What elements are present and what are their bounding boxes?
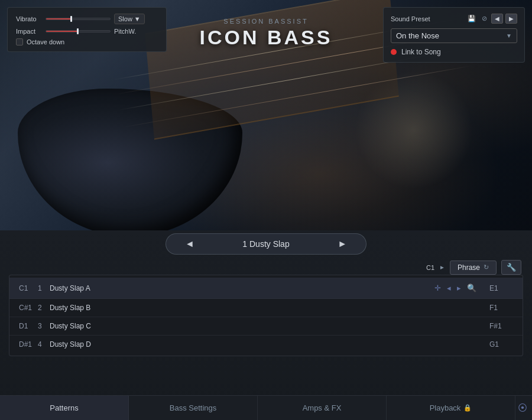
prev-pattern-button[interactable]: ◄ <box>178 239 202 249</box>
link-to-song-label[interactable]: Link to Song <box>401 48 441 56</box>
vibrato-thumb[interactable] <box>70 16 72 22</box>
chevron-down-icon: ▼ <box>506 32 512 39</box>
pattern-key-right: G1 <box>489 340 513 349</box>
octave-checkbox[interactable] <box>16 38 23 45</box>
lock-icon: 🔒 <box>463 404 472 412</box>
sound-preset-label: Sound Preset <box>391 15 430 22</box>
pattern-key-label: C#1 <box>19 304 38 312</box>
key-label: C1 <box>426 264 434 271</box>
vibrato-label: Vibrato <box>16 15 42 22</box>
pattern-list-item[interactable]: D#14Dusty Slap DG1 <box>9 336 523 353</box>
tab-label: Bass Settings <box>170 403 217 412</box>
preset-header: Sound Preset 💾 ⊘ ◀ ▶ <box>391 14 517 24</box>
link-indicator <box>391 49 397 55</box>
pattern-key-label: D#1 <box>19 340 38 349</box>
session-bassist-label: SESSION BASSIST <box>200 18 333 25</box>
pattern-selector: ◄ 1 Dusty Slap ► <box>166 233 366 255</box>
next-variation-icon[interactable]: ▸ <box>456 282 462 294</box>
pattern-title: Dusty Slap C <box>50 322 489 330</box>
move-icon[interactable]: ✛ <box>433 282 442 294</box>
prev-preset-button[interactable]: ◀ <box>491 14 503 24</box>
impact-thumb[interactable] <box>77 28 79 34</box>
pattern-number: 1 <box>38 284 50 292</box>
tab-bass-settings[interactable]: Bass Settings <box>129 396 258 420</box>
pattern-title: Dusty Slap A <box>50 284 433 292</box>
next-pattern-button[interactable]: ► <box>330 239 354 249</box>
pattern-number: 2 <box>38 304 50 312</box>
pattern-list-item[interactable]: C#12Dusty Slap BF1 <box>9 299 523 317</box>
pattern-list-item[interactable]: C11Dusty Slap A✛◂▸🔍E1 <box>9 278 523 299</box>
preset-icon-group: 💾 ⊘ ◀ ▶ <box>466 14 517 24</box>
vibrato-slider[interactable] <box>46 18 111 20</box>
pattern-actions: ✛◂▸🔍 <box>433 282 478 294</box>
controls-panel: Vibrato Slow ▼ Impact PitchW. Octave dow… <box>7 7 167 52</box>
next-preset-button[interactable]: ▶ <box>505 14 517 24</box>
sound-preset-panel: Sound Preset 💾 ⊘ ◀ ▶ On the Nose ▼ Link … <box>383 7 525 63</box>
arrow-right-icon: ► <box>439 264 445 271</box>
chevron-down-icon: ▼ <box>134 15 141 22</box>
tab-amps-&-fx[interactable]: Amps & FX <box>258 396 387 420</box>
pattern-number: 3 <box>38 322 50 330</box>
search-icon[interactable]: 🔍 <box>466 282 478 294</box>
pattern-title: Dusty Slap B <box>50 304 489 312</box>
tab-playback[interactable]: Playback🔒 <box>387 396 515 420</box>
pattern-key-right: F1 <box>489 304 513 312</box>
tab-label: Playback <box>430 403 461 412</box>
pattern-list: C11Dusty Slap A✛◂▸🔍E1C#12Dusty Slap BF1D… <box>9 275 523 356</box>
clear-icon[interactable]: ⊘ <box>480 14 489 23</box>
slow-dropdown[interactable]: Slow ▼ <box>114 14 145 24</box>
vibrato-row: Vibrato Slow ▼ <box>16 14 158 24</box>
pitchw-label: PitchW. <box>114 28 136 35</box>
cycle-icon: ↻ <box>484 263 489 271</box>
phrase-label: Phrase <box>458 263 480 272</box>
pattern-key-label: D1 <box>19 322 38 330</box>
pattern-key-label: C1 <box>19 284 38 292</box>
impact-row: Impact PitchW. <box>16 28 158 35</box>
save-icon[interactable]: 💾 <box>466 14 478 23</box>
app-title-area: SESSION BASSIST ICON BASS <box>200 18 333 49</box>
phrase-bar: C1 ► Phrase ↻ 🔧 <box>426 260 521 275</box>
link-to-song-row: Link to Song <box>391 48 517 56</box>
impact-fill <box>46 31 78 32</box>
prev-variation-icon[interactable]: ◂ <box>446 282 452 294</box>
wrench-icon: 🔧 <box>507 263 516 272</box>
tab-label: Patterns <box>50 403 78 412</box>
tab-label: Amps & FX <box>303 403 342 412</box>
pattern-title: Dusty Slap D <box>50 340 489 349</box>
impact-slider[interactable] <box>46 30 111 32</box>
impact-label: Impact <box>16 28 42 35</box>
octave-row: Octave down <box>16 38 158 45</box>
pattern-key-right: F#1 <box>489 322 513 330</box>
vertical-lines-icon[interactable]: ⦿ <box>518 396 532 420</box>
current-pattern-name: 1 Dusty Slap <box>202 239 330 249</box>
vibrato-fill <box>46 18 72 19</box>
wrench-button[interactable]: 🔧 <box>501 260 521 275</box>
preset-name: On the Nose <box>396 31 439 40</box>
preset-dropdown[interactable]: On the Nose ▼ <box>391 28 517 43</box>
tab-patterns[interactable]: Patterns <box>0 396 129 420</box>
bottom-tabs: PatternsBass SettingsAmps & FXPlayback🔒⦿ <box>0 395 532 420</box>
pattern-number: 4 <box>38 340 50 349</box>
pattern-key-right: E1 <box>489 284 513 292</box>
phrase-button[interactable]: Phrase ↻ <box>450 261 497 275</box>
pattern-list-item[interactable]: D13Dusty Slap CF#1 <box>9 317 523 336</box>
icon-bass-title: ICON BASS <box>200 26 333 49</box>
octave-down-label: Octave down <box>27 38 64 45</box>
